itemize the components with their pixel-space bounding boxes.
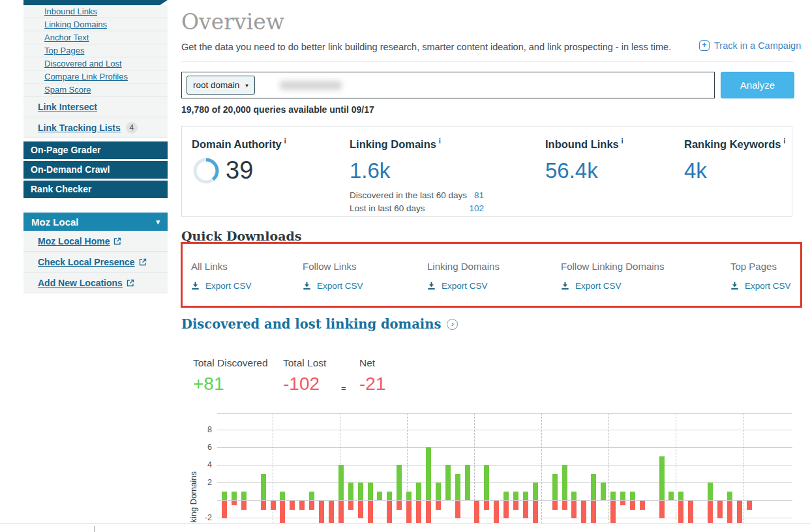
info-icon[interactable]: i — [622, 138, 623, 145]
info-icon[interactable]: i — [284, 138, 286, 145]
bar-discovered — [397, 465, 402, 500]
sidebar-item-link-intersect[interactable]: Link Intersect — [23, 96, 168, 117]
bar-discovered — [465, 465, 470, 500]
plus-icon: + — [699, 40, 710, 51]
total-lost: Total Lost -102 — [283, 357, 326, 394]
sidebar-item-discovered-and-lost[interactable]: Discovered and Lost — [23, 57, 168, 70]
y-tick-label: -2 — [181, 512, 212, 523]
qd-col-top-pages: Top Pages Export CSV — [730, 261, 791, 291]
download-icon — [191, 282, 200, 290]
export-csv-link[interactable]: Export CSV — [303, 281, 363, 291]
export-csv-link[interactable]: Export CSV — [427, 281, 500, 291]
sidebar-item-top-pages[interactable]: Top Pages — [23, 44, 168, 57]
bar-lost — [659, 501, 665, 518]
sidebar-section-moz-local[interactable]: Moz Local ▾ — [23, 213, 168, 231]
y-tick-label: 2 — [181, 477, 212, 488]
sidebar-item-check-local-presence[interactable]: Check Local Presence — [23, 252, 168, 273]
domain-authority-value: 39 — [226, 156, 253, 185]
bar-lost — [222, 501, 227, 518]
tools-nav: On-Page Grader On-Demand Crawl Rank Chec… — [23, 141, 168, 198]
queries-available-note: 19,780 of 20,000 queries available until… — [181, 104, 374, 115]
download-icon — [303, 282, 311, 290]
export-csv-link[interactable]: Export CSV — [730, 281, 791, 291]
bar-lost — [708, 501, 713, 524]
bar-lost — [348, 501, 353, 510]
bar-discovered — [406, 492, 412, 501]
sidebar-item-spam-score[interactable]: Spam Score — [23, 83, 168, 96]
qd-col-follow-links: Follow Links Export CSV — [303, 261, 363, 291]
analyze-button[interactable]: Analyze — [721, 72, 794, 98]
bar-discovered — [591, 474, 596, 501]
bar-discovered — [309, 492, 314, 501]
bar-discovered — [552, 474, 558, 501]
y-tick-label: 8 — [181, 424, 212, 435]
check-local-presence-label: Check Local Presence — [38, 257, 135, 267]
bar-discovered — [232, 492, 237, 501]
bottom-panel-handle[interactable] — [94, 526, 95, 532]
domain-authority-gauge — [192, 156, 220, 185]
download-icon — [561, 282, 569, 290]
dashed-gridline — [676, 413, 676, 524]
bar-lost — [591, 501, 596, 524]
ranking-keywords-value: 4k — [684, 158, 785, 183]
dashed-gridline — [541, 413, 542, 524]
track-in-campaign-link[interactable]: + Track in a Campaign — [699, 40, 801, 51]
dashed-gridline — [608, 413, 609, 524]
bar-lost — [241, 501, 247, 510]
bar-lost — [280, 501, 285, 524]
sidebar-item-linking-domains[interactable]: Linking Domains — [23, 18, 168, 31]
gridline — [217, 430, 792, 430]
bar-lost — [426, 501, 431, 524]
bar-discovered — [630, 492, 635, 501]
search-input[interactable]: root domain ▾ — [181, 72, 715, 98]
bar-discovered — [610, 492, 616, 501]
sidebar-item-on-demand-crawl[interactable]: On-Demand Crawl — [23, 161, 168, 179]
scope-dropdown[interactable]: root domain ▾ — [187, 76, 255, 95]
y-tick-label: 4 — [181, 460, 212, 470]
bar-lost — [494, 501, 499, 524]
bar-discovered — [523, 492, 528, 501]
bar-lost — [640, 501, 645, 510]
metric-label: Domain Authorityi — [192, 138, 286, 151]
sidebar-item-rank-checker[interactable]: Rank Checker — [23, 181, 168, 198]
bar-discovered — [416, 482, 421, 500]
sidebar: Inbound Links Linking Domains Anchor Tex… — [23, 0, 168, 293]
sidebar-item-moz-local-home[interactable]: Moz Local Home — [23, 231, 168, 252]
dashed-gridline — [743, 413, 743, 524]
sidebar-item-compare-link-profiles[interactable]: Compare Link Profiles — [23, 70, 168, 83]
metrics-card: Domain Authorityi 39 Linking Domainsi 1.… — [181, 126, 792, 217]
section-title-link[interactable]: Discovered and lost linking domains › — [181, 317, 458, 332]
bar-lost — [474, 501, 479, 524]
total-net-value: -21 — [359, 374, 385, 394]
metric-linking-domains: Linking Domainsi 1.6k Discovered in the … — [350, 138, 484, 215]
info-icon[interactable]: i — [439, 138, 441, 145]
moz-local-home-label: Moz Local Home — [38, 236, 110, 246]
qd-col-all-links: All Links Export CSV — [191, 261, 252, 291]
discovered-row: Discovered in the last 60 days 81 — [350, 189, 484, 202]
metric-label: Inbound Linksi — [545, 138, 623, 151]
bar-discovered — [222, 492, 227, 501]
metric-domain-authority: Domain Authorityi 39 — [192, 138, 286, 185]
bar-lost — [338, 501, 344, 524]
info-icon[interactable]: i — [784, 138, 786, 145]
bar-lost — [290, 501, 295, 510]
track-in-campaign-label: Track in a Campaign — [714, 40, 801, 51]
export-csv-link[interactable]: Export CSV — [561, 281, 664, 291]
sidebar-item-add-new-locations[interactable]: Add New Locations — [23, 273, 168, 293]
bar-discovered — [601, 482, 606, 500]
bar-lost — [397, 501, 402, 510]
download-icon — [730, 282, 739, 290]
sidebar-item-on-page-grader[interactable]: On-Page Grader — [23, 141, 168, 159]
bar-discovered — [659, 456, 665, 501]
link-intersect-label: Link Intersect — [38, 102, 97, 112]
export-csv-link[interactable]: Export CSV — [191, 281, 252, 291]
bar-lost — [717, 501, 723, 518]
sidebar-item-inbound-links[interactable]: Inbound Links — [23, 5, 168, 18]
sidebar-item-link-tracking-lists[interactable]: Link Tracking Lists 4 — [23, 117, 168, 138]
metric-label: Ranking Keywordsi — [684, 138, 785, 151]
linking-domains-value: 1.6k — [350, 158, 484, 183]
sidebar-item-anchor-text[interactable]: Anchor Text — [23, 31, 168, 44]
total-discovered: Total Discovered +81 — [193, 357, 268, 394]
bar-lost — [261, 501, 266, 510]
page-title: Overview — [181, 9, 284, 35]
